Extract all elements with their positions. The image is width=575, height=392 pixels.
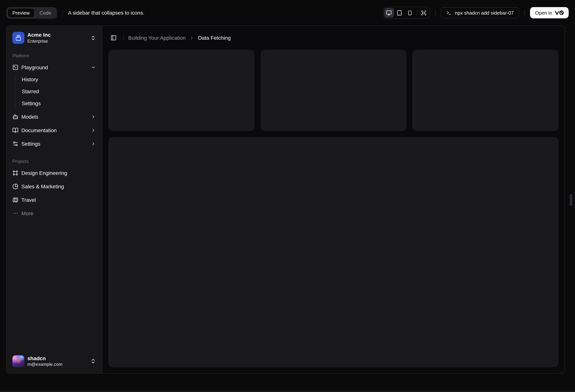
- placeholder-card: [412, 50, 558, 131]
- sidebar-item-label: Design Engineering: [21, 170, 67, 176]
- group-label-projects: Projects: [9, 155, 99, 167]
- sidebar-item-label: Models: [21, 114, 38, 120]
- placeholder-card: [260, 50, 406, 131]
- book-open-icon: [12, 127, 18, 133]
- team-name: Acme Inc: [27, 32, 87, 38]
- preview-frame: Acme Inc Enterprise Platform: [6, 25, 565, 374]
- npx-command-text: npx shadcn add sidebar-07: [455, 10, 514, 16]
- placeholder-card: [108, 50, 254, 131]
- content-header: Building Your Application Data Fetching: [102, 26, 565, 50]
- page: Preview Code A sidebar that collapses to…: [0, 0, 575, 392]
- sidebar-item-label: More: [21, 210, 33, 216]
- team-plan: Enterprise: [27, 38, 87, 44]
- next-section-edge: [0, 391, 575, 392]
- sidebar-item-sales-marketing[interactable]: Sales & Marketing: [9, 180, 99, 192]
- sidebar-subitem-starred[interactable]: Starred: [15, 86, 99, 96]
- sidebar-item-models[interactable]: Models: [9, 111, 99, 123]
- group-label-platform: Platform: [9, 50, 99, 61]
- sidebar-subitem-label: Settings: [22, 100, 41, 106]
- breadcrumb-chevron-icon: [190, 35, 194, 40]
- placeholder-panel: [108, 137, 558, 367]
- sidebar-subitem-label: Starred: [22, 88, 39, 94]
- breadcrumb-parent[interactable]: Building Your Application: [128, 35, 186, 41]
- device-toggle-group: [383, 7, 430, 19]
- projects-menu: Design Engineering Sales & Marketing: [9, 167, 99, 219]
- sidebar-item-label: Playground: [21, 64, 48, 70]
- map-icon: [12, 197, 18, 203]
- sidebar-item-design-engineering[interactable]: Design Engineering: [9, 167, 99, 179]
- more-horizontal-icon: [12, 210, 18, 216]
- chevrons-up-down-icon: [90, 358, 96, 364]
- tablet-view-button[interactable]: [395, 8, 404, 18]
- team-switcher[interactable]: Acme Inc Enterprise: [9, 29, 99, 47]
- team-text: Acme Inc Enterprise: [27, 32, 87, 44]
- playground-submenu: History Starred Settings: [15, 74, 99, 109]
- block-toolbar: Preview Code A sidebar that collapses to…: [0, 0, 575, 25]
- sidebar-item-travel[interactable]: Travel: [9, 194, 99, 206]
- square-terminal-icon: [12, 64, 18, 70]
- header-separator: [123, 35, 124, 41]
- user-menu[interactable]: shadcn m@example.com: [9, 352, 99, 370]
- team-logo: [12, 32, 24, 44]
- chevron-right-icon: [91, 141, 96, 146]
- sidebar-item-label: Documentation: [21, 127, 57, 133]
- sidebar-subitem-settings[interactable]: Settings: [15, 98, 99, 109]
- sidebar-item-more[interactable]: More: [9, 207, 99, 219]
- chevron-down-icon: [91, 65, 96, 70]
- npx-command-button[interactable]: npx shadcn add sidebar-07: [441, 7, 519, 18]
- preview-code-toggle: Preview Code: [6, 7, 57, 19]
- sidebar-item-settings[interactable]: Settings: [9, 138, 99, 150]
- toolbar-right-cluster: npx shadcn add sidebar-07 Open in: [383, 7, 569, 19]
- page-scrollbar-thumb[interactable]: [570, 194, 572, 206]
- user-text: shadcn m@example.com: [27, 355, 87, 367]
- smartphone-icon: [407, 10, 412, 15]
- breadcrumb-current: Data Fetching: [198, 35, 231, 41]
- bot-icon: [12, 114, 18, 120]
- settings-sliders-icon: [12, 141, 18, 147]
- chevron-right-icon: [91, 114, 96, 119]
- toolbar-separator: [435, 10, 435, 16]
- frame-icon: [12, 170, 18, 176]
- toolbar-separator: [525, 10, 525, 16]
- tablet-icon: [397, 10, 402, 16]
- sidebar-item-documentation[interactable]: Documentation: [9, 124, 99, 136]
- monitor-icon: [386, 10, 392, 16]
- sidebar-toggle-button[interactable]: [108, 33, 119, 43]
- sidebar-subitem-label: History: [22, 76, 38, 82]
- sidebar-item-label: Travel: [21, 197, 36, 203]
- user-email: m@example.com: [27, 362, 87, 367]
- content-pane: Building Your Application Data Fetching: [102, 26, 565, 373]
- terminal-icon: [446, 10, 451, 15]
- user-avatar: [12, 355, 24, 367]
- sidebar-subitem-history[interactable]: History: [15, 74, 99, 85]
- mobile-view-button[interactable]: [405, 8, 415, 18]
- desktop-view-button[interactable]: [384, 8, 394, 18]
- sidebar-item-label: Sales & Marketing: [21, 183, 64, 189]
- block-description: A sidebar that collapses to icons.: [68, 10, 144, 16]
- content-main: [102, 50, 565, 373]
- open-in-v0-button[interactable]: Open in: [530, 7, 569, 18]
- panel-left-icon: [111, 35, 117, 41]
- gallery-vertical-end-icon: [15, 35, 21, 41]
- sidebar-groups: Platform Playground: [9, 47, 99, 352]
- sidebar-item-label: Settings: [21, 141, 40, 147]
- open-in-label: Open in: [535, 10, 552, 16]
- placeholder-cards-row: [108, 50, 558, 131]
- fullscreen-icon: [421, 10, 427, 16]
- pie-chart-icon: [12, 183, 18, 189]
- breadcrumb: Building Your Application Data Fetching: [128, 35, 231, 41]
- code-tab[interactable]: Code: [35, 8, 56, 17]
- user-name: shadcn: [27, 355, 87, 362]
- chevrons-up-down-icon: [90, 35, 96, 41]
- sidebar-item-playground[interactable]: Playground: [9, 61, 99, 73]
- preview-tab[interactable]: Preview: [7, 8, 35, 17]
- platform-menu: Playground History Starred: [9, 61, 99, 150]
- group-platform: Platform Playground: [9, 47, 99, 152]
- v0-logo-icon: [555, 10, 564, 15]
- group-projects: Projects Design Engineering: [9, 152, 99, 222]
- fullscreen-button[interactable]: [419, 8, 429, 18]
- sidebar: Acme Inc Enterprise Platform: [6, 26, 102, 373]
- chevron-right-icon: [91, 128, 96, 133]
- toolbar-separator: [62, 10, 63, 16]
- device-group-separator: [417, 10, 417, 16]
